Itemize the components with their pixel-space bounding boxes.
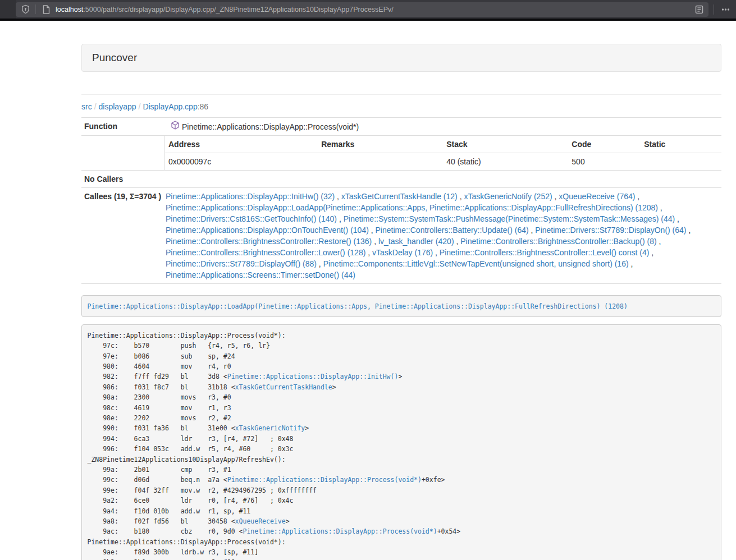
- metrics-value: [641, 153, 721, 171]
- url-path: :5000/path/src/displayapp/DisplayApp.cpp…: [83, 6, 393, 13]
- code-symbol-link[interactable]: Pinetime::Applications::DisplayApp::Proc…: [243, 527, 437, 535]
- callee-link[interactable]: Pinetime::Drivers::St7789::DisplayOff() …: [166, 259, 317, 268]
- callee-link[interactable]: Pinetime::System::SystemTask::PushMessag…: [344, 214, 675, 223]
- assembly-line: 9ac: b180 cbz r0, 9d0 <Pinetime::Applica…: [88, 526, 716, 536]
- function-label: Function: [81, 118, 164, 136]
- divider: [81, 94, 721, 95]
- callee-link[interactable]: Pinetime::Drivers::St7789::DisplayOn() (…: [535, 226, 686, 235]
- callee-link[interactable]: Pinetime::Applications::DisplayApp::Load…: [166, 203, 658, 212]
- url-text[interactable]: localhost:5000/path/src/displayapp/Displ…: [56, 6, 693, 13]
- assembly-line: 982: f7ff fd29 bl 3d8 <Pinetime::Applica…: [88, 371, 716, 382]
- selected-callee-box: Pinetime::Applications::DisplayApp::Load…: [81, 295, 721, 317]
- assembly-line: Pinetime::Applications::DisplayApp::Proc…: [88, 537, 716, 547]
- callee-link[interactable]: Pinetime::Controllers::Battery::Update()…: [376, 226, 529, 235]
- url-bar[interactable]: localhost:5000/path/src/displayapp/Displ…: [16, 2, 708, 17]
- package-cube-icon: [171, 121, 179, 132]
- breadcrumb: src/displayapp/DisplayApp.cpp:86: [81, 101, 721, 112]
- symbol-detail-table: Function Pinetime::Applications::Display…: [81, 117, 721, 284]
- metrics-column-header: Code: [568, 136, 641, 153]
- metrics-row: AddressRemarksStackCodeStatic 0x0000097c…: [81, 136, 721, 171]
- callee-link[interactable]: xTaskGetCurrentTaskHandle (12): [341, 192, 458, 201]
- callee-link[interactable]: Pinetime::Controllers::BrightnessControl…: [460, 237, 656, 246]
- callee-link[interactable]: Pinetime::Drivers::Cst816S::GetTouchInfo…: [166, 214, 337, 223]
- assembly-line: 98c: 4619 mov r1, r3: [88, 403, 716, 413]
- callee-link[interactable]: lv_task_handler (420): [378, 237, 454, 246]
- assembly-line: 9b2: 2b0a cmp r3, #10: [88, 557, 716, 560]
- callee-link[interactable]: vTaskDelay (176): [372, 248, 433, 257]
- callees-list: Pinetime::Applications::DisplayApp::Init…: [164, 188, 721, 284]
- load-app-link[interactable]: Pinetime::Applications::DisplayApp::Load…: [88, 302, 628, 310]
- assembly-line: 97c: b570 push {r4, r5, r6, lr}: [88, 341, 716, 351]
- assembly-line: 986: f031 f8c7 bl 31b18 <xTaskGetCurrent…: [88, 382, 716, 392]
- no-callers-label: No Callers: [81, 171, 164, 188]
- callee-link[interactable]: Pinetime::Applications::Screens::Timer::…: [166, 270, 355, 279]
- urlbar-divider: [35, 4, 36, 14]
- assembly-line: 97e: b086 sub sp, #24: [88, 351, 716, 361]
- app-title-box: Puncover: [81, 44, 721, 72]
- code-symbol-link[interactable]: xTaskGetCurrentTaskHandle: [235, 383, 332, 391]
- breadcrumb-separator: /: [92, 102, 99, 111]
- function-row: Function Pinetime::Applications::Display…: [81, 118, 721, 136]
- metrics-table: AddressRemarksStackCodeStatic 0x0000097c…: [164, 136, 721, 170]
- assembly-line: 996: f104 053c add.w r5, r4, #60 ; 0x3c: [88, 444, 716, 454]
- assembly-line: 98e: 2202 movs r2, #2: [88, 413, 716, 423]
- page-container: Puncover src/displayapp/DisplayApp.cpp:8…: [81, 44, 721, 560]
- assembly-line: 9a2: 6ce0 ldr r0, [r4, #76] ; 0x4c: [88, 495, 716, 506]
- toolbar-bottom-edge: [0, 19, 736, 21]
- overflow-menu-icon[interactable]: [719, 3, 732, 16]
- toolbar-divider: [714, 4, 714, 15]
- callee-link[interactable]: Pinetime::Controllers::BrightnessControl…: [166, 237, 372, 246]
- browser-toolbar: localhost:5000/path/src/displayapp/Displ…: [0, 0, 736, 19]
- assembly-line: 9a4: f10d 010b add.w r1, sp, #11: [88, 506, 716, 516]
- callee-link[interactable]: Pinetime::Applications::DisplayApp::OnTo…: [166, 226, 369, 235]
- shield-icon[interactable]: [19, 3, 31, 16]
- metrics-column-header: Stack: [443, 136, 568, 153]
- metrics-column-header: Address: [165, 136, 318, 153]
- assembly-listing: Pinetime::Applications::DisplayApp::Proc…: [81, 324, 721, 560]
- breadcrumb-link[interactable]: DisplayApp.cpp: [143, 102, 197, 111]
- function-name: Pinetime::Applications::DisplayApp::Proc…: [182, 121, 359, 132]
- callers-row: No Callers: [81, 171, 721, 188]
- page-icon: [40, 3, 52, 16]
- callees-label: Callees (19, Σ=3704 ): [81, 188, 164, 284]
- callee-link[interactable]: Pinetime::Applications::DisplayApp::Init…: [166, 192, 335, 201]
- code-symbol-link[interactable]: Pinetime::Applications::DisplayApp::Init…: [227, 373, 399, 380]
- assembly-line: 980: 4604 mov r4, r0: [88, 361, 716, 371]
- assembly-line: 98a: 2300 movs r3, #0: [88, 392, 716, 402]
- assembly-line: 990: f031 fa36 bl 31e00 <xTaskGenericNot…: [88, 423, 716, 433]
- url-host: localhost: [56, 6, 83, 13]
- callee-link[interactable]: Pinetime::Controllers::BrightnessControl…: [440, 248, 649, 257]
- assembly-line: _ZN8Pinetime12Applications10DisplayApp7R…: [88, 455, 716, 465]
- assembly-line: 99c: d06d beq.n a7a <Pinetime::Applicati…: [88, 475, 716, 485]
- assembly-line: 99a: 2b01 cmp r3, #1: [88, 465, 716, 475]
- metrics-value: [318, 153, 443, 171]
- code-symbol-link[interactable]: Pinetime::Applications::DisplayApp::Proc…: [227, 476, 422, 484]
- toolbar-left-area: [0, 0, 16, 19]
- metrics-column-header: Remarks: [318, 136, 443, 153]
- assembly-line: 994: 6ca3 ldr r3, [r4, #72] ; 0x48: [88, 434, 716, 444]
- assembly-line: 99e: f04f 32ff mov.w r2, #4294967295 ; 0…: [88, 485, 716, 495]
- breadcrumb-link[interactable]: src: [81, 102, 92, 111]
- reader-mode-icon[interactable]: [693, 3, 705, 16]
- callee-link[interactable]: Pinetime::Controllers::BrightnessControl…: [166, 248, 365, 257]
- code-symbol-link[interactable]: xTaskGenericNotify: [235, 424, 305, 432]
- assembly-line: 9ae: f89d 300b ldrb.w r3, [sp, #11]: [88, 547, 716, 557]
- callee-link[interactable]: Pinetime::Components::LittleVgl::SetNewT…: [323, 259, 629, 268]
- metrics-column-header: Static: [641, 136, 721, 153]
- callee-link[interactable]: xQueueReceive (764): [559, 192, 635, 201]
- breadcrumb-link[interactable]: displayapp: [99, 102, 136, 111]
- metrics-value: 0x0000097c: [165, 153, 318, 171]
- breadcrumb-line-number: :86: [198, 102, 208, 111]
- callees-row: Callees (19, Σ=3704 ) Pinetime::Applicat…: [81, 188, 721, 284]
- assembly-line: Pinetime::Applications::DisplayApp::Proc…: [88, 331, 716, 341]
- metrics-value: 40 (static): [443, 153, 568, 171]
- metrics-value: 500: [568, 153, 641, 171]
- assembly-line: 9a8: f02f fd56 bl 30458 <xQueueReceive>: [88, 516, 716, 526]
- code-symbol-link[interactable]: xQueueReceive: [235, 517, 286, 525]
- callee-link[interactable]: xTaskGenericNotify (252): [464, 192, 552, 201]
- breadcrumb-separator: /: [136, 102, 143, 111]
- page-title: Puncover: [92, 52, 137, 63]
